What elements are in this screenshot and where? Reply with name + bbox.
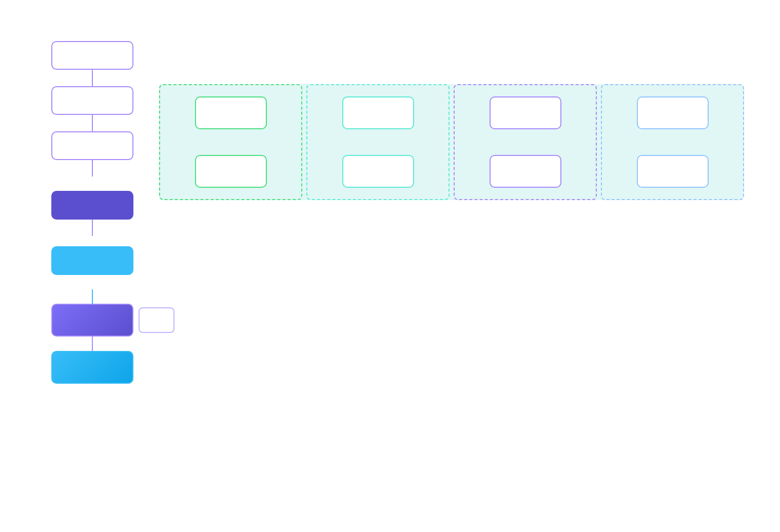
storage-zone-node [637,96,709,129]
site-node [51,86,133,115]
discrete-header [454,41,597,82]
continuous-wc-cell [306,96,450,129]
main-layout [36,41,744,384]
eq-small-box [139,307,174,333]
col-headers-row [159,41,744,82]
continuous-unit-node [342,155,414,188]
connector-1 [92,70,93,86]
work-center-node [51,191,133,220]
area-node [51,131,133,160]
warehouse-wc-cell [601,96,744,129]
batch-unit-node [195,155,267,188]
connector-2 [92,115,93,131]
continuous-header [306,41,450,82]
warehouse-wu-cell [601,155,744,188]
production-line-node [490,96,561,129]
discrete-wc-cell [454,96,597,129]
connector-4 [92,220,93,236]
batch-header [159,41,302,82]
work-unit-band [159,143,744,200]
connector-5 [92,289,93,304]
enterprise-node [51,41,133,70]
right-columns [159,41,744,200]
left-spine [36,41,149,384]
warehouse-header [601,41,744,82]
discrete-wu-cell [454,155,597,188]
work-unit-node [51,246,133,275]
continuous-wu-cell [306,155,450,188]
work-center-band [159,84,744,142]
process-cell-node [195,96,267,129]
batch-wc-cell [159,96,302,129]
production-unit-node [342,96,414,129]
connector-6 [92,337,93,351]
diagram-container [36,10,744,384]
work-cell-node [490,155,561,188]
storage-unit-node [637,155,709,188]
control-module-node [51,351,133,384]
batch-wu-cell [159,155,302,188]
equipment-module-node [51,304,133,337]
connector-3 [92,160,93,176]
